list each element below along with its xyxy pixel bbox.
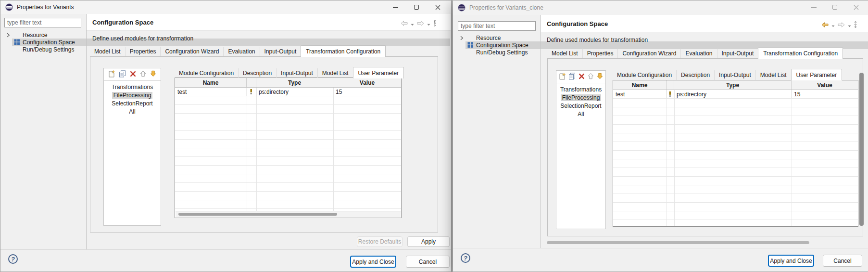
titlebar[interactable]: Properties for Variants_clone [453, 0, 868, 15]
apply-and-close-button[interactable]: Apply and Close [768, 255, 814, 267]
transformations-group: Transformations FileProcessing Selection… [556, 70, 606, 229]
view-menu-icon[interactable] [854, 21, 857, 29]
sidebar-item-label: Resource [476, 35, 501, 41]
forward-dropdown-icon[interactable] [427, 21, 430, 27]
vertical-scrollbar[interactable] [859, 73, 864, 226]
sidebar-item-label: Configuration Space [23, 39, 75, 46]
tab-transformation-configuration[interactable]: Transformation Configuration [301, 45, 386, 57]
table-row[interactable]: test ps:directory 15 [175, 88, 401, 96]
move-down-icon[interactable] [150, 70, 156, 78]
tab-description[interactable]: Description [676, 70, 714, 80]
tab-configuration-wizard[interactable]: Configuration Wizard [160, 47, 223, 56]
forward-arrow-icon[interactable] [417, 21, 424, 27]
page-title: Configuration Space [92, 19, 153, 26]
sidebar-item-resource[interactable]: Resource [12, 31, 450, 39]
cell-type: ps:directory [256, 88, 333, 96]
tab-module-configuration[interactable]: Module Configuration [175, 68, 238, 78]
tab-input-output-inner[interactable]: Input-Output [276, 68, 317, 78]
transformation-item-selectionreport[interactable]: SelectionReport [104, 99, 161, 107]
tab-evaluation[interactable]: Evaluation [680, 49, 717, 58]
move-up-icon[interactable] [588, 73, 594, 81]
tab-user-parameter[interactable]: User Parameter [791, 69, 843, 80]
transformation-item-fileprocessing[interactable]: FileProcessing [556, 93, 605, 102]
tab-user-parameter[interactable]: User Parameter [353, 67, 404, 78]
column-header-name[interactable]: Name [175, 78, 247, 87]
tab-description[interactable]: Description [238, 68, 276, 78]
transformation-item-all[interactable]: All [556, 110, 605, 118]
new-item-icon[interactable] [108, 70, 115, 79]
new-item-icon[interactable] [559, 73, 566, 81]
tab-input-output[interactable]: Input-Output [260, 47, 301, 56]
tab-model-list[interactable]: Model List [90, 47, 125, 56]
back-arrow-icon[interactable] [401, 21, 408, 27]
column-header-type[interactable]: Type [256, 78, 333, 87]
page-title: Configuration Space [547, 20, 608, 27]
move-up-icon[interactable] [140, 70, 146, 78]
back-arrow-icon[interactable] [821, 22, 829, 29]
tab-properties[interactable]: Properties [582, 49, 618, 58]
filter-input[interactable] [458, 21, 536, 31]
filter-input[interactable] [4, 18, 81, 27]
column-header-name[interactable]: Name [613, 80, 667, 90]
cell-value: 15 [333, 88, 401, 96]
forward-dropdown-icon[interactable] [848, 22, 851, 29]
maximize-button[interactable] [824, 0, 845, 14]
titlebar[interactable]: Properties for Variants [0, 0, 451, 14]
back-dropdown-icon[interactable] [831, 22, 835, 29]
transformation-item-fileprocessing[interactable]: FileProcessing [104, 91, 161, 99]
copy-icon[interactable] [119, 70, 126, 79]
minimize-button[interactable] [385, 0, 406, 14]
close-button[interactable] [427, 0, 448, 14]
required-flag-icon [247, 88, 256, 96]
forward-arrow-icon[interactable] [838, 22, 845, 29]
column-header-value[interactable]: Value [792, 80, 858, 90]
tab-configuration-wizard[interactable]: Configuration Wizard [617, 49, 680, 58]
transformation-item-all[interactable]: All [104, 107, 161, 116]
close-button[interactable] [845, 0, 867, 14]
cancel-button[interactable]: Cancel [406, 256, 450, 268]
column-header-value[interactable]: Value [333, 78, 401, 87]
back-dropdown-icon[interactable] [411, 21, 414, 27]
apply-button[interactable]: Apply [407, 236, 450, 247]
delete-icon[interactable] [579, 73, 585, 81]
user-parameter-table: Name Type Value test ps:directory 15 [175, 78, 402, 218]
table-horizontal-scrollbar[interactable] [176, 211, 401, 217]
table-row[interactable]: test ps:directory 15 [613, 90, 858, 99]
transformation-item-root[interactable]: Transformations [104, 83, 161, 91]
tab-module-configuration[interactable]: Module Configuration [613, 70, 676, 80]
move-down-icon[interactable] [597, 73, 603, 81]
chevron-right-icon[interactable] [6, 33, 10, 38]
help-icon[interactable]: ? [8, 254, 18, 264]
tab-input-output-inner[interactable]: Input-Output [714, 70, 755, 80]
tab-model-list-inner[interactable]: Model List [755, 70, 791, 80]
column-header-type[interactable]: Type [674, 80, 792, 90]
tab-transformation-configuration[interactable]: Transformation Configuration [758, 47, 843, 59]
copy-icon[interactable] [568, 73, 576, 81]
chevron-right-icon[interactable] [460, 36, 464, 40]
sidebar-item-label: Configuration Space [476, 42, 528, 49]
properties-dialog-variants-clone: Properties for Variants_clone Resource C… [453, 0, 868, 272]
apply-and-close-button[interactable]: Apply and Close [350, 256, 396, 268]
transformation-item-root[interactable]: Transformations [556, 85, 605, 93]
minimize-button[interactable] [803, 0, 824, 14]
transformation-item-selectionreport[interactable]: SelectionReport [556, 102, 605, 110]
column-header-flag[interactable] [667, 80, 674, 90]
restore-defaults-button[interactable]: Restore Defaults [357, 236, 403, 247]
tab-model-list-inner[interactable]: Model List [317, 68, 353, 78]
tab-properties[interactable]: Properties [125, 47, 161, 56]
page-horizontal-scrollbar[interactable] [547, 241, 809, 244]
help-icon[interactable]: ? [461, 253, 470, 263]
column-header-flag[interactable] [247, 78, 256, 87]
eclipse-logo-icon [458, 4, 465, 12]
tab-model-list[interactable]: Model List [547, 49, 582, 58]
view-menu-icon[interactable] [433, 20, 436, 28]
tab-evaluation[interactable]: Evaluation [223, 47, 259, 56]
tab-input-output[interactable]: Input-Output [717, 49, 758, 58]
page-nav-icons [401, 20, 436, 28]
sidebar-item-resource[interactable]: Resource [465, 34, 868, 42]
maximize-button[interactable] [406, 0, 427, 14]
delete-icon[interactable] [130, 71, 136, 78]
cancel-button[interactable]: Cancel [823, 255, 862, 267]
user-parameter-table: Name Type Value test ps:directory 15 [613, 80, 858, 227]
table-header-row: Name Type Value [175, 78, 401, 88]
